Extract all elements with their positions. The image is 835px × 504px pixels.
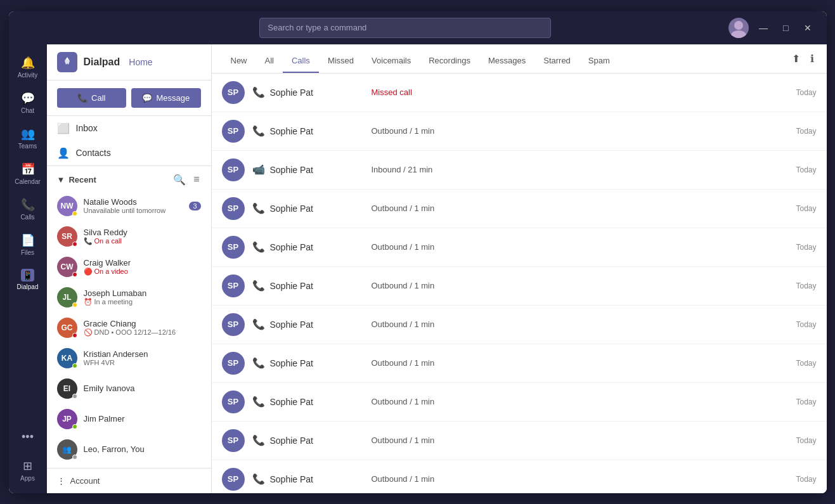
contact-status: ⏰ In a meeting: [84, 298, 201, 306]
list-item[interactable]: EI Emily Ivanova: [47, 373, 211, 404]
sidebar-item-apps[interactable]: ⊞ Apps: [9, 453, 47, 488]
list-item[interactable]: JL Joseph Lumaban ⏰ In a meeting: [47, 282, 211, 313]
bell-icon: 🔔: [21, 56, 35, 70]
contacts-list: NW Natalie Woods Unavailable until tomor…: [47, 191, 211, 468]
caller-name: Sophie Pat: [270, 126, 372, 136]
call-time: Today: [796, 243, 816, 252]
call-time: Today: [796, 397, 816, 406]
status-dot: [72, 272, 77, 277]
list-item[interactable]: CW Craig Walker 🔴 On a video: [47, 252, 211, 282]
sidebar-item-teams[interactable]: 👥 Teams: [9, 120, 47, 156]
call-desc: Outbound / 1 min: [372, 281, 796, 290]
tab-calls[interactable]: Calls: [283, 49, 319, 73]
tab-missed[interactable]: Missed: [319, 49, 363, 73]
info-button[interactable]: ℹ: [808, 50, 817, 67]
outbound-call-icon: 📞: [252, 434, 265, 446]
call-time: Today: [796, 88, 816, 97]
sidebar-item-chat[interactable]: 💬 Chat: [9, 85, 47, 120]
avatar: EI: [57, 378, 77, 399]
caller-name: Sophie Pat: [270, 397, 372, 407]
tab-voicemails[interactable]: Voicemails: [363, 49, 420, 73]
app-window: Search or type a command — □ ✕ 🔔 Activit…: [9, 11, 827, 493]
caller-name: Sophie Pat: [270, 281, 372, 291]
tab-new[interactable]: New: [222, 49, 256, 73]
contacts-icon: 👤: [57, 147, 70, 159]
tab-starred[interactable]: Starred: [534, 49, 579, 73]
table-row[interactable]: SP 📞 Sophie Pat Outbound / 1 min Today: [212, 460, 827, 493]
avatar: JL: [57, 287, 77, 307]
contact-name: Leo, Farron, You: [84, 444, 201, 454]
recent-header: ▼ Recent 🔍 ≡: [47, 166, 211, 191]
avatar: KA: [57, 348, 77, 368]
chevron-down-icon: ▼: [57, 175, 65, 184]
sidebar-item-calendar[interactable]: 📅 Calendar: [9, 156, 47, 191]
outbound-call-icon: 📞: [252, 318, 265, 330]
contact-info: Craig Walker 🔴 On a video: [84, 258, 201, 276]
list-item[interactable]: SR Silva Reddy 📞 On a call: [47, 221, 211, 252]
tab-recordings[interactable]: Recordings: [420, 49, 479, 73]
call-label: Call: [91, 93, 105, 103]
table-row[interactable]: SP 📞 Sophie Pat Outbound / 1 min Today: [212, 112, 827, 151]
status-dot: [72, 455, 77, 460]
call-avatar: SP: [222, 313, 245, 336]
call-avatar: SP: [222, 352, 245, 375]
table-row[interactable]: SP 📞 Sophie Pat Outbound / 1 min Today: [212, 383, 827, 422]
sidebar-item-files[interactable]: 📄 Files: [9, 227, 47, 262]
contact-status: 🔴 On a video: [84, 268, 201, 276]
list-item[interactable]: # (510) 672-9421: [47, 465, 211, 468]
caller-name: Sophie Pat: [270, 165, 372, 175]
left-nav: 🔔 Activity 💬 Chat 👥 Teams 📅 Calendar 📞 C…: [9, 44, 47, 493]
dialpad-home-link[interactable]: Home: [129, 57, 152, 67]
teams-label: Teams: [18, 143, 37, 150]
table-row[interactable]: SP 📞 Sophie Pat Outbound / 1 min Today: [212, 190, 827, 228]
call-avatar: SP: [222, 158, 245, 181]
search-recent-button[interactable]: 🔍: [172, 172, 187, 187]
outbound-call-icon: 📞: [252, 280, 265, 292]
external-link-button[interactable]: ⬆: [789, 50, 803, 67]
table-row[interactable]: SP 📹 Sophie Pat Inbound / 21 min Today: [212, 151, 827, 190]
sidebar-footer[interactable]: ⋮ Account: [47, 468, 211, 493]
call-desc: Outbound / 1 min: [372, 126, 796, 136]
table-row[interactable]: SP 📞 Sophie Pat Outbound / 1 min Today: [212, 344, 827, 383]
call-avatar: SP: [222, 275, 245, 297]
call-time: Today: [796, 359, 816, 368]
call-avatar: SP: [222, 197, 245, 220]
table-row[interactable]: SP 📞 Sophie Pat Outbound / 1 min Today: [212, 422, 827, 460]
search-bar[interactable]: Search or type a command: [259, 18, 551, 38]
filter-recent-button[interactable]: ≡: [192, 172, 200, 187]
chat-icon: 💬: [21, 91, 35, 105]
sidebar-item-more[interactable]: •••: [9, 424, 47, 450]
table-row[interactable]: SP 📞 Sophie Pat Outbound / 1 min Today: [212, 267, 827, 306]
badge: 3: [189, 202, 200, 210]
outbound-call-icon: 📞: [252, 396, 265, 408]
svg-point-0: [734, 21, 743, 30]
user-avatar[interactable]: [728, 18, 749, 38]
tab-all[interactable]: All: [256, 49, 283, 73]
sidebar-item-activity[interactable]: 🔔 Activity: [9, 49, 47, 85]
list-item[interactable]: 👥 Leo, Farron, You: [47, 434, 211, 465]
list-item[interactable]: NW Natalie Woods Unavailable until tomor…: [47, 191, 211, 221]
list-item[interactable]: JP Jim Palmer: [47, 404, 211, 434]
minimize-button[interactable]: —: [754, 20, 773, 36]
list-item[interactable]: KA Kristian Andersen WFH 4VR: [47, 343, 211, 373]
sidebar-item-dialpad[interactable]: 📱 Dialpad: [9, 262, 47, 297]
call-button[interactable]: 📞 Call: [57, 88, 127, 108]
maximize-button[interactable]: □: [778, 20, 793, 36]
message-button[interactable]: 💬 Message: [131, 88, 201, 108]
tab-messages[interactable]: Messages: [479, 49, 534, 73]
titlebar: Search or type a command — □ ✕: [9, 11, 827, 44]
contacts-nav-item[interactable]: 👤 Contacts: [47, 141, 211, 165]
calendar-icon: 📅: [21, 162, 35, 176]
table-row[interactable]: SP 📞 Sophie Pat Outbound / 1 min Today: [212, 228, 827, 267]
contact-info: Silva Reddy 📞 On a call: [84, 228, 201, 245]
contact-status: WFH 4VR: [84, 359, 201, 366]
close-button[interactable]: ✕: [799, 20, 817, 36]
recent-title[interactable]: ▼ Recent: [57, 175, 96, 184]
table-row[interactable]: SP 📞 Sophie Pat Missed call Today: [212, 74, 827, 112]
sidebar-item-calls[interactable]: 📞 Calls: [9, 191, 47, 227]
tab-spam[interactable]: Spam: [579, 49, 619, 73]
header-actions: ⬆ ℹ: [789, 50, 817, 72]
inbox-nav-item[interactable]: ⬜ Inbox: [47, 116, 211, 141]
list-item[interactable]: GC Gracie Chiang 🚫 DND • OOO 12/12—12/16: [47, 313, 211, 343]
table-row[interactable]: SP 📞 Sophie Pat Outbound / 1 min Today: [212, 306, 827, 344]
